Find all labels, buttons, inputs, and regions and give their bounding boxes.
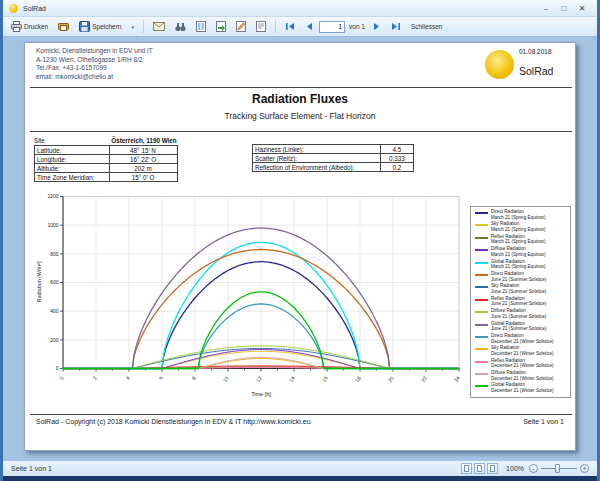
legend-series-day: March 21 (Spring Equinox) [491, 239, 546, 245]
toolbar-separator [143, 20, 144, 33]
first-page-button[interactable] [281, 20, 299, 33]
zoom-in-button[interactable]: + [580, 464, 589, 473]
statusbar: Seite 1 von 1 100% - + [3, 460, 597, 476]
row-label: Longitude: [35, 155, 110, 163]
legend-series-day: June 21 (Summer Solstice) [491, 314, 546, 320]
search-button[interactable] [171, 20, 190, 34]
export-page-icon [216, 21, 226, 32]
legend-label: Global RadiationMarch 21 (Spring Equinox… [491, 259, 546, 270]
legend-swatch [475, 348, 488, 350]
sender-line: Tel./Fax: +43-1-6157099 [36, 64, 153, 73]
param-table-row: Reflection of Environment (Albedo):0.2 [252, 162, 414, 172]
legend-swatch [475, 299, 488, 301]
chart-legend: Direct RadiationMarch 21 (Spring Equinox… [470, 206, 571, 398]
site-value: Österreich, 1190 Wien [110, 137, 178, 144]
binoculars-icon [175, 22, 186, 32]
next-page-icon [373, 22, 381, 31]
row-label: Altitude: [35, 164, 110, 172]
legend-entry: Sky RadiationMarch 21 (Spring Equinox) [475, 221, 570, 233]
y-tick-label: 1200 [47, 193, 58, 199]
legend-swatch [475, 274, 488, 276]
next-page-button[interactable] [369, 20, 385, 33]
legend-entry: Global RadiationJune 21 (Summer Solstice… [475, 321, 570, 333]
text-page-button[interactable] [252, 19, 270, 34]
printer-icon [11, 21, 22, 32]
site-table: Site Österreich, 1190 Wien Latitude:48° … [34, 135, 178, 182]
header-rule [30, 87, 572, 88]
legend-swatch [475, 286, 488, 288]
report-page: Komicki, Dienstleistungen in EDV und ITA… [24, 42, 576, 451]
legend-entry: Sky RadiationJune 21 (Summer Solstice) [475, 283, 570, 295]
legend-label: Sky RadiationDecember 21 (Winter Solstic… [491, 345, 554, 356]
page-layout-button[interactable] [192, 19, 210, 34]
x-tick-label: 22 [420, 375, 428, 383]
save-icon [79, 21, 90, 32]
app-window: SolRad – □ ✕ Drucken Speichern ▾ [0, 0, 600, 481]
x-tick-label: 2 [91, 375, 98, 381]
legend-swatch [475, 336, 488, 338]
y-tick-label: 600 [50, 279, 59, 285]
legend-label: Sky RadiationJune 21 (Summer Solstice) [491, 283, 546, 294]
x-tick-label: 12 [255, 375, 263, 383]
page-count-label: von 1 [347, 23, 367, 30]
legend-series-day: December 21 (Winter Solstice) [491, 339, 554, 345]
legend-label: Direct RadiationJune 21 (Summer Solstice… [491, 271, 546, 282]
report-title: Radiation Fluxes [25, 92, 575, 106]
y-axis-label: Radiation [W/m²] [36, 261, 42, 302]
export-button[interactable] [212, 19, 230, 34]
multi-page-view-button[interactable] [487, 463, 498, 474]
legend-label: Sky RadiationMarch 21 (Spring Equinox) [491, 221, 546, 232]
y-tick-label: 800 [50, 251, 59, 257]
edit-button[interactable] [232, 19, 250, 34]
zoom-out-button[interactable]: - [529, 464, 538, 473]
page-number-input[interactable] [319, 21, 345, 33]
legend-swatch [475, 262, 488, 264]
site-label: Site [34, 137, 110, 144]
minimize-button[interactable]: – [537, 2, 555, 15]
sender-line: email: mkomicki@chello.at [36, 73, 153, 82]
legend-series-day: December 21 (Winter Solstice) [491, 363, 554, 369]
close-preview-button[interactable]: Schliessen [407, 21, 446, 32]
legend-entry: Diffuse RadiationMarch 21 (Spring Equino… [475, 246, 570, 258]
first-page-icon [285, 22, 295, 31]
email-button[interactable] [149, 20, 169, 33]
prev-page-button[interactable] [301, 20, 317, 33]
x-tick-label: 6 [157, 375, 164, 381]
x-tick-label: 8 [190, 375, 197, 381]
close-button[interactable]: ✕ [573, 2, 591, 15]
edit-page-icon [236, 21, 246, 32]
print-button[interactable]: Drucken [7, 19, 52, 34]
legend-entry: Reflex RadiationDecember 21 (Winter Sols… [475, 358, 570, 370]
legend-swatch [475, 224, 488, 226]
legend-entry: Direct RadiationDecember 21 (Winter Sols… [475, 333, 570, 345]
last-page-button[interactable] [387, 20, 405, 33]
prev-page-icon [305, 22, 313, 31]
save-dropdown-button[interactable]: ▾ [128, 22, 139, 32]
legend-entry: Reflex RadiationJune 21 (Summer Solstice… [475, 296, 570, 308]
single-page-view-button[interactable] [461, 463, 472, 474]
sender-block: Komicki, Dienstleistungen in EDV und ITA… [36, 47, 153, 81]
print-setup-button[interactable] [54, 19, 73, 34]
y-tick-label: 200 [50, 337, 59, 343]
two-page-view-button[interactable] [474, 463, 485, 474]
zoom-slider-handle[interactable] [555, 464, 560, 473]
logo-text: SolRad [519, 65, 553, 77]
legend-entry: Global RadiationMarch 21 (Spring Equinox… [475, 259, 570, 271]
legend-swatch [475, 212, 488, 214]
preview-area[interactable]: Komicki, Dienstleistungen in EDV und ITA… [3, 37, 597, 460]
zoom-slider[interactable] [541, 468, 577, 469]
row-label: Time Zone Meridian: [35, 173, 110, 181]
legend-entry: Global RadiationDecember 21 (Winter Sols… [475, 382, 570, 394]
site-table-row: Time Zone Meridian:15° 0' O [34, 172, 178, 182]
parameter-table: Haziness (Linke):4.5Scatter (Reitz):0.33… [252, 145, 414, 172]
toolbar: Drucken Speichern ▾ [3, 17, 597, 37]
row-label: Haziness (Linke): [253, 145, 381, 153]
x-tick-label: 10 [222, 375, 230, 383]
x-tick-label: 14 [288, 375, 296, 383]
maximize-button[interactable]: □ [555, 2, 573, 15]
zoom-level-label: 100% [506, 465, 524, 472]
legend-series-day: March 21 (Spring Equinox) [491, 264, 546, 270]
save-button[interactable]: Speichern [75, 19, 125, 34]
title-rule [30, 131, 572, 132]
toolbar-separator [275, 20, 276, 33]
